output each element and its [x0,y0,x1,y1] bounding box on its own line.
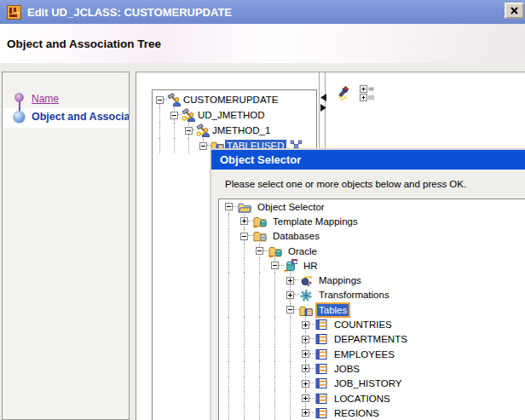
tree-expander-plus[interactable] [286,291,294,299]
tree-expander-plus[interactable] [240,217,248,225]
tree-node-label[interactable]: Oracle [286,245,319,257]
tree-node-mappings[interactable]: Mappings [219,273,525,287]
tree-guide [259,273,260,287]
tree-node-label[interactable]: DEPARTMENTS [332,333,409,345]
tree-guide [259,332,260,347]
tree-node-jmethod-1[interactable]: JMETHOD_1 [153,123,316,138]
tree-expander-minus[interactable] [170,112,178,119]
tree-node-tables[interactable]: Tables [219,302,525,317]
tree-expander-plus[interactable] [302,394,309,402]
tree-node-template-mappings[interactable]: Template Mappings [219,214,525,228]
tree-expander-minus[interactable] [240,233,248,240]
tree-expander-plus[interactable] [302,336,309,343]
tree-guide [244,288,245,302]
nav-item-name[interactable]: Name [32,93,59,105]
tree-node-hr[interactable]: HR [219,258,525,273]
expand-right-icon[interactable] [320,100,326,107]
tree-guide [305,377,306,380]
table-icon [314,362,328,376]
tree-guide [305,406,306,409]
tree-guide [290,302,291,306]
tree-node-label[interactable]: JMETHOD_1 [211,124,272,136]
tree-node-locations[interactable]: LOCATIONS [219,391,525,406]
folder-open-icon [238,200,251,214]
tree-node-label[interactable]: CUSTOMERUPDATE [182,94,280,106]
tree-guide [274,377,275,391]
tree-guide [244,347,245,361]
tree-expander-minus[interactable] [225,203,233,210]
tree-node-label[interactable]: REGIONS [332,407,381,419]
tree-expander-plus[interactable] [286,277,294,285]
tree-expander-plus[interactable] [302,321,309,329]
tree-guide [274,258,275,262]
tree-node-databases[interactable]: Databases [219,229,525,244]
close-button[interactable] [505,3,524,19]
nav-bullet-name [14,93,24,102]
tree-guide [228,229,229,244]
tree-expander-plus[interactable] [302,380,309,388]
tree-expander-minus[interactable] [156,96,164,104]
tree-expander-minus[interactable] [256,247,263,255]
tree-node-label[interactable]: HR [302,260,320,272]
db-module-icon [284,259,297,273]
expand-all-icon[interactable] [360,85,374,101]
tree-node-label[interactable]: COUNTRIES [332,319,394,331]
tree-node-label[interactable]: Mappings [317,274,363,286]
mappings-icon [299,273,313,287]
tree-guide [290,391,291,406]
tree-guide [244,229,245,233]
window-titlebar: Edit UD_JCLASS: CUSTOMERUPDATE [0,0,525,24]
tree-node-jobs[interactable]: JOBS [219,361,525,376]
collapse-left-icon[interactable] [320,89,326,97]
tree-guide [259,258,260,273]
tree-node-label[interactable]: JOBS [332,363,361,375]
tree-expander-minus[interactable] [199,142,207,150]
tree-guide [228,302,229,317]
tree-node-label[interactable]: LOCATIONS [332,393,392,405]
tree-node-label[interactable]: Databases [271,230,321,242]
tree-guide [174,123,175,138]
tree-guide [244,273,245,287]
tree-node-label[interactable]: JOB_HISTORY [332,377,403,389]
tree-guide [274,332,275,347]
tree-guide [244,391,245,406]
tree-node-label[interactable]: Template Mappings [271,216,360,227]
tree-expander-minus[interactable] [271,262,279,269]
tree-node-regions[interactable]: REGIONS [219,406,525,420]
tree-expander-plus[interactable] [302,365,309,372]
tree-guide [259,377,260,391]
tree-node-object-selector[interactable]: Object Selector [219,199,525,214]
table-icon [314,406,328,420]
tree-expander-plus[interactable] [302,350,309,358]
tree-expander-minus[interactable] [286,306,294,314]
tree-node-ud-jmethod[interactable]: UD_JMETHOD [153,107,316,123]
tree-node-label[interactable]: EMPLOYEES [332,348,396,360]
tree-guide [159,138,160,153]
tree-node-transformations[interactable]: Transformations [219,288,525,302]
tree-expander-plus[interactable] [302,409,309,417]
tree-node-job-history[interactable]: JOB_HISTORY [219,377,525,391]
tree-node-label[interactable]: Transformations [317,289,391,301]
tree-guide [274,317,275,331]
wizard-nav-panel: Name Object and Association [2,72,130,420]
tree-node-label[interactable]: UD_JMETHOD [196,109,267,121]
tree-node-countries[interactable]: COUNTRIES [219,317,525,331]
search-icon[interactable] [336,86,351,101]
tree-guide [228,258,229,273]
tree-guide [159,107,160,123]
close-icon [511,4,518,17]
tree-node-oracle[interactable]: Oracle [219,244,525,258]
tree-node-employees[interactable]: EMPLOYEES [219,347,525,361]
tree-expander-minus[interactable] [185,127,193,135]
table-icon [314,318,328,331]
page-header: Object and Association Tree [0,24,525,63]
transformations-icon [299,288,313,302]
tree-guide [305,317,306,320]
tree-guide [259,317,260,331]
tree-guide [244,406,245,420]
ud-method-icon [182,108,195,122]
tree-node-departments[interactable]: DEPARTMENTS [219,332,525,347]
tree-node-label[interactable]: Tables [317,304,349,316]
tree-node-customerupdate[interactable]: CUSTOMERUPDATE [153,92,316,107]
tree-node-label[interactable]: Object Selector [256,201,326,213]
